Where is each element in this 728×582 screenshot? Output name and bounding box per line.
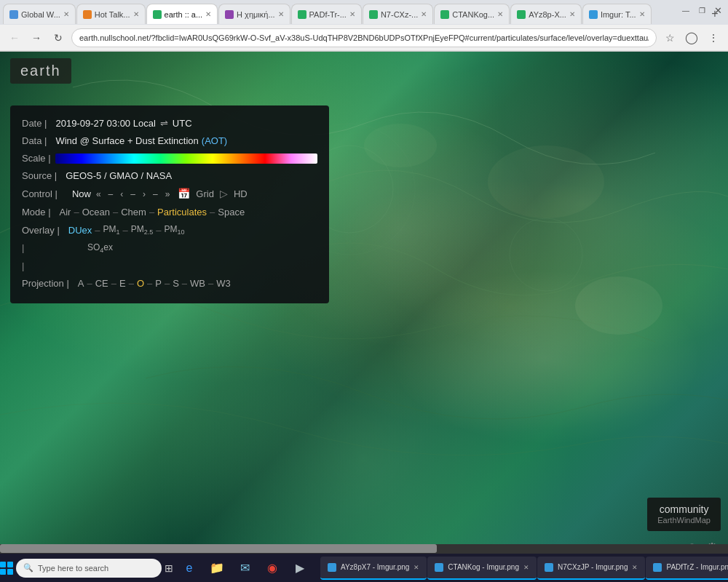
maximize-button[interactable]: ❐ (695, 3, 709, 17)
proj-p[interactable]: P (155, 276, 162, 292)
windows-logo (0, 562, 13, 575)
close-button[interactable]: ✕ (711, 3, 725, 17)
tab-favicon (298, 10, 306, 19)
thumb-favicon (545, 563, 553, 572)
tab-close-icon[interactable]: ✕ (278, 10, 284, 18)
proj-a[interactable]: A (78, 276, 84, 292)
utc-label: UTC (173, 116, 192, 132)
tab-close-icon[interactable]: ✕ (497, 10, 503, 18)
community-title: community (657, 503, 711, 515)
overlay-pm10[interactable]: PM10 (165, 222, 185, 239)
control-next[interactable]: › (141, 187, 148, 202)
bookmark-button[interactable]: ☆ (661, 29, 678, 47)
proj-ce[interactable]: CE (95, 276, 108, 292)
proj-o[interactable]: O (137, 276, 144, 292)
tab-bar: Global W... ✕ Hot Talk... ✕ earth :: a..… (0, 0, 728, 25)
so4-sub: 4 (100, 247, 103, 254)
browser-tab-tab9[interactable]: Imgur: T... ✕ (582, 4, 652, 24)
mode-air[interactable]: Air (60, 204, 71, 220)
h-scroll-thumb[interactable] (0, 544, 437, 553)
taskbar-thumb[interactable]: N7CXzJP - Imgur.png ✕ (537, 557, 646, 580)
overlay-pm25[interactable]: PM2.5 (131, 222, 154, 239)
tab-close-icon[interactable]: ✕ (133, 10, 139, 18)
proj-w3[interactable]: W3 (216, 276, 231, 292)
chrome-button[interactable]: ◉ (259, 555, 285, 581)
mode-particulates[interactable]: Particulates (157, 204, 207, 220)
menu-button[interactable]: ⋮ (705, 29, 722, 47)
edge-button[interactable]: e (176, 555, 202, 581)
taskbar-thumb[interactable]: AYz8pX7 - Imgur.png ✕ (320, 557, 427, 580)
thumb-favicon (435, 563, 443, 572)
browser-tab-tab2[interactable]: Hot Talk... ✕ (76, 4, 146, 24)
projection-row: Projection | A – CE – E – O – P – S – WB… (22, 276, 317, 292)
pm25-sub: 2.5 (144, 229, 154, 236)
mode-space[interactable]: Space (218, 204, 245, 220)
explorer-button[interactable]: 📁 (204, 555, 230, 581)
mode-chem[interactable]: Chem (121, 204, 146, 220)
calendar-icon[interactable]: 📅 (175, 186, 193, 203)
task-view-button[interactable]: ⊞ (165, 555, 173, 581)
hd-label[interactable]: HD (234, 186, 248, 202)
overlay-row2: | SO4ex (22, 240, 317, 257)
overlay-indent: | (22, 240, 87, 256)
mode-row: Mode | Air – Ocean – Chem – Particulates… (22, 204, 317, 220)
control-minus3: – (151, 187, 160, 202)
tab-close-icon[interactable]: ✕ (639, 10, 645, 18)
data-paren: (AOT) (202, 133, 227, 149)
browser-tab-tab5[interactable]: PADf-Tr-... ✕ (291, 4, 362, 24)
tab-close-icon[interactable]: ✕ (569, 10, 575, 18)
grid-label[interactable]: Grid (196, 186, 214, 202)
browser-tab-tab7[interactable]: CTANKog... ✕ (434, 4, 510, 24)
mode-ocean[interactable]: Ocean (82, 204, 110, 220)
taskbar-search[interactable]: 🔍 Type here to search (16, 559, 162, 578)
date-row: Date | 2019-09-27 03:00 Local ⇌ UTC (22, 116, 317, 132)
chrome-icon: ◉ (267, 561, 277, 575)
start-button[interactable] (0, 554, 13, 583)
thumb-label: AYz8pX7 - Imgur.png (341, 563, 409, 571)
reload-button[interactable]: ↻ (50, 29, 67, 47)
profile-button[interactable]: ◯ (683, 29, 700, 47)
browser-tab-tab1[interactable]: Global W... ✕ (3, 4, 76, 24)
browser-tab-tab4[interactable]: H χημική... ✕ (218, 4, 290, 24)
tab-close-icon[interactable]: ✕ (349, 10, 355, 18)
proj-wb[interactable]: WB (190, 276, 205, 292)
earth-logo[interactable]: earth (10, 58, 71, 84)
thumb-close-icon[interactable]: ✕ (632, 564, 638, 571)
community-box: community EarthWindMap (647, 498, 721, 531)
overlay-pm1[interactable]: PM1 (103, 222, 120, 239)
thumb-close-icon[interactable]: ✕ (414, 564, 419, 571)
forward-button[interactable]: → (28, 29, 45, 47)
utc-arrow[interactable]: ⇌ (160, 116, 168, 132)
media-icon: ▶ (296, 561, 304, 575)
tab-close-icon[interactable]: ✕ (63, 10, 69, 18)
play-icon[interactable]: ▷ (217, 186, 231, 203)
media-button[interactable]: ▶ (287, 555, 313, 581)
overlay-duex[interactable]: DUex (68, 223, 92, 239)
tab-favicon (517, 10, 526, 19)
control-prev[interactable]: ‹ (118, 187, 125, 202)
tab-close-icon[interactable]: ✕ (205, 10, 211, 18)
taskbar-thumb[interactable]: PADfTrZ - Imgur.png ✕ (646, 557, 728, 580)
tab-favicon (83, 10, 92, 19)
h-scrollbar[interactable] (0, 544, 728, 553)
tabs-container: Global W... ✕ Hot Talk... ✕ earth :: a..… (3, 4, 704, 24)
svg-point-6 (364, 124, 437, 167)
proj-s[interactable]: S (173, 276, 179, 292)
thumb-close-icon[interactable]: ✕ (523, 564, 529, 571)
url-input[interactable] (71, 28, 657, 47)
back-button[interactable]: ← (6, 29, 23, 47)
control-next-next[interactable]: » (163, 187, 173, 202)
browser-tab-tab8[interactable]: AYz8p-X... ✕ (510, 4, 582, 24)
tab-close-icon[interactable]: ✕ (421, 10, 427, 18)
mail-button[interactable]: ✉ (232, 555, 258, 581)
taskbar-thumb[interactable]: CTANKog - Imgur.png ✕ (427, 557, 537, 580)
overlay-so4ex[interactable]: SO4ex (87, 240, 113, 257)
browser-tab-tab6[interactable]: N7-CXz-... ✕ (363, 4, 433, 24)
window-controls: — ❐ ✕ (678, 3, 725, 17)
control-prev-prev[interactable]: « (94, 187, 103, 202)
browser-tab-tab3[interactable]: earth :: a... ✕ (146, 4, 218, 24)
overlay-indent2: | (22, 258, 87, 274)
proj-e[interactable]: E (119, 276, 126, 292)
minimize-button[interactable]: — (678, 3, 693, 17)
control-now[interactable]: Now (72, 186, 91, 202)
